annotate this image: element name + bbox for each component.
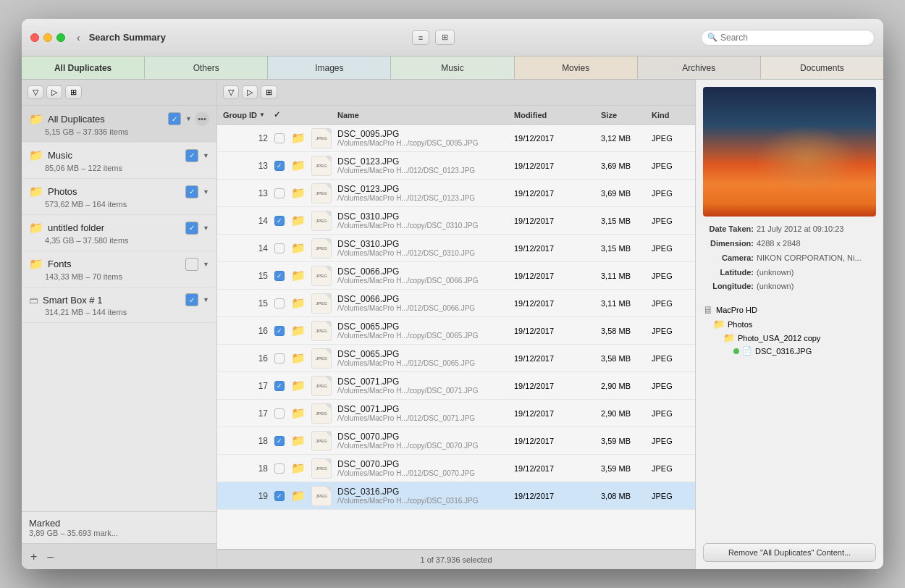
row-checkbox[interactable]: [274, 353, 285, 364]
cell-checkbox[interactable]: [271, 408, 288, 419]
sidebar-dropdown-smart-box[interactable]: ▼: [203, 296, 209, 303]
cell-checkbox[interactable]: [271, 188, 288, 198]
row-checkbox[interactable]: ✓: [274, 381, 285, 391]
table-row[interactable]: 18 ✓ 📁 JPEG DSC_0070.JPG /Volumes/MacPro…: [217, 427, 695, 455]
sidebar-item-photos[interactable]: 📁 Photos ✓ ▼ 573,62 MB – 164 items: [22, 179, 216, 215]
tab-archives[interactable]: Archives: [638, 56, 761, 79]
filter-button[interactable]: ▽: [28, 85, 43, 99]
row-checkbox[interactable]: ✓: [274, 491, 285, 501]
table-row[interactable]: 15 📁 JPEG DSC_0066.JPG /Volumes/MacPro H…: [217, 290, 695, 317]
row-checkbox[interactable]: ✓: [274, 271, 285, 281]
search-input[interactable]: [720, 33, 868, 43]
col-size[interactable]: Size: [598, 111, 649, 119]
table-row[interactable]: 18 📁 JPEG DSC_0070.JPG /Volumes/MacPro H…: [217, 455, 695, 482]
row-checkbox[interactable]: [274, 133, 285, 143]
cell-name: DSC_0066.JPG /Volumes/MacPro H.../copy/D…: [334, 266, 511, 285]
remove-button[interactable]: Remove "All Duplicates" Content...: [703, 543, 876, 562]
grid-view-button[interactable]: ⊞: [435, 30, 455, 45]
sidebar-dropdown-all-duplicates[interactable]: ▼: [185, 115, 192, 122]
sidebar-checkbox-fonts[interactable]: [185, 258, 198, 271]
table-row[interactable]: 19 ✓ 📁 JPEG DSC_0316.JPG /Volumes/MacPro…: [217, 482, 695, 510]
content-grid-button[interactable]: ⊞: [261, 85, 277, 99]
sidebar-more-all-duplicates[interactable]: •••: [195, 112, 209, 126]
sidebar-checkbox-photos[interactable]: ✓: [185, 185, 198, 198]
cell-checkbox[interactable]: ✓: [271, 436, 288, 446]
tab-music[interactable]: Music: [391, 56, 514, 79]
row-checkbox[interactable]: [274, 243, 285, 253]
table-row[interactable]: 16 📁 JPEG DSC_0065.JPG /Volumes/MacPro H…: [217, 345, 695, 372]
tab-documents[interactable]: Documents: [761, 56, 883, 79]
cell-checkbox[interactable]: ✓: [271, 216, 288, 226]
row-checkbox[interactable]: ✓: [274, 161, 285, 171]
row-checkbox[interactable]: [274, 188, 285, 198]
fullscreen-button[interactable]: [56, 33, 65, 42]
table-row[interactable]: 17 📁 JPEG DSC_0071.JPG /Volumes/MacPro H…: [217, 400, 695, 427]
table-row[interactable]: 14 📁 JPEG DSC_0310.JPG /Volumes/MacPro H…: [217, 235, 695, 262]
col-modified[interactable]: Modified: [511, 111, 598, 119]
table-row[interactable]: 14 ✓ 📁 JPEG DSC_0310.JPG /Volumes/MacPro…: [217, 207, 695, 235]
minimize-button[interactable]: [43, 33, 52, 42]
close-button[interactable]: [30, 33, 39, 42]
cell-modified: 19/12/2017: [511, 327, 598, 335]
table-row[interactable]: 13 ✓ 📁 JPEG DSC_0123.JPG /Volumes/MacPro…: [217, 152, 695, 180]
sidebar-item-all-duplicates[interactable]: 📁 All Duplicates ✓ ▼ ••• 5,15 GB – 37.93…: [22, 106, 216, 143]
row-checkbox[interactable]: ✓: [274, 216, 285, 226]
cloud-layer: [755, 126, 859, 191]
file-path: /Volumes/MacPro H.../012/DSC_0070.JPG: [337, 469, 508, 477]
sidebar-checkbox-all-duplicates[interactable]: ✓: [168, 112, 181, 125]
table-row[interactable]: 13 📁 JPEG DSC_0123.JPG /Volumes/MacPro H…: [217, 180, 695, 207]
sidebar-item-untitled-folder[interactable]: 📁 untitled folder ✓ ▼ 4,35 GB – 37.580 i…: [22, 215, 216, 251]
col-kind[interactable]: Kind: [649, 111, 692, 119]
tab-all-duplicates[interactable]: All Duplicates: [22, 56, 145, 79]
hdd-icon: 🖥: [703, 304, 713, 316]
back-button[interactable]: ‹: [74, 30, 83, 45]
tab-others[interactable]: Others: [145, 56, 268, 79]
next-button[interactable]: ▷: [46, 85, 62, 99]
list-view-button[interactable]: ≡: [412, 30, 429, 45]
sidebar-item-smart-box-1[interactable]: 🗃 Smart Box # 1 ✓ ▼ 314,21 MB – 144 item…: [22, 287, 216, 323]
filter-down-button[interactable]: ▽: [223, 85, 239, 99]
cell-checkbox[interactable]: [271, 463, 288, 474]
table-row[interactable]: 17 ✓ 📁 JPEG DSC_0071.JPG /Volumes/MacPro…: [217, 372, 695, 400]
cell-checkbox[interactable]: ✓: [271, 326, 288, 336]
sidebar-add-button[interactable]: +: [28, 549, 40, 565]
cell-checkbox[interactable]: ✓: [271, 381, 288, 391]
cell-kind: JPEG: [649, 382, 692, 390]
sidebar-dropdown-photos[interactable]: ▼: [203, 188, 209, 196]
sidebar-remove-button[interactable]: –: [44, 549, 56, 565]
row-checkbox[interactable]: ✓: [274, 326, 285, 336]
next-row-button[interactable]: ▷: [242, 85, 258, 99]
row-folder-icon: 📁: [291, 269, 306, 282]
sidebar-dropdown-untitled[interactable]: ▼: [203, 224, 209, 232]
row-checkbox[interactable]: ✓: [274, 436, 285, 446]
table-row[interactable]: 16 ✓ 📁 JPEG DSC_0065.JPG /Volumes/MacPro…: [217, 317, 695, 345]
cell-checkbox[interactable]: [271, 298, 288, 308]
sidebar-item-fonts[interactable]: 📁 Fonts ▼ 143,33 MB – 70 items: [22, 251, 216, 287]
sidebar-checkbox-untitled[interactable]: ✓: [185, 222, 198, 235]
col-group-id[interactable]: Group ID ▼: [220, 111, 271, 119]
sidebar-dropdown-fonts[interactable]: ▼: [203, 261, 209, 268]
sidebar-dropdown-music[interactable]: ▼: [203, 152, 209, 159]
row-checkbox[interactable]: [274, 298, 285, 308]
sidebar-grid-button[interactable]: ⊞: [65, 85, 82, 99]
cell-checkbox[interactable]: [271, 353, 288, 364]
cell-group-id: 13: [220, 188, 271, 198]
col-name[interactable]: Name: [334, 111, 511, 119]
cell-folder: 📁: [288, 269, 308, 282]
tab-images[interactable]: Images: [268, 56, 391, 79]
sidebar-checkbox-smart-box[interactable]: ✓: [185, 293, 198, 306]
sidebar-item-music[interactable]: 📁 Music ✓ ▼ 85,06 MB – 122 items: [22, 143, 216, 179]
table-row[interactable]: 12 📁 JPEG DSC_0095.JPG /Volumes/MacPro H…: [217, 125, 695, 152]
cell-checkbox[interactable]: ✓: [271, 491, 288, 501]
cell-checkbox[interactable]: ✓: [271, 161, 288, 171]
cell-checkbox[interactable]: [271, 133, 288, 143]
row-folder-icon: 📁: [291, 351, 306, 365]
row-checkbox[interactable]: [274, 463, 285, 474]
search-bar[interactable]: 🔍: [701, 30, 875, 46]
cell-checkbox[interactable]: [271, 243, 288, 253]
sidebar-checkbox-music[interactable]: ✓: [185, 149, 198, 162]
tab-movies[interactable]: Movies: [515, 56, 638, 79]
row-checkbox[interactable]: [274, 408, 285, 419]
cell-checkbox[interactable]: ✓: [271, 271, 288, 281]
table-row[interactable]: 15 ✓ 📁 JPEG DSC_0066.JPG /Volumes/MacPro…: [217, 262, 695, 290]
